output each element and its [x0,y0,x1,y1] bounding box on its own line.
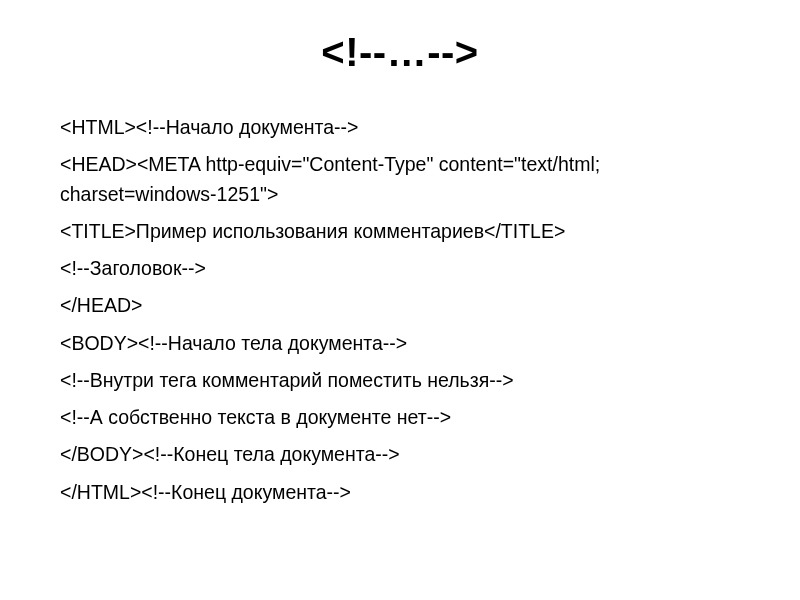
slide-title: <!--…--> [60,30,740,75]
code-line-6: <BODY><!--Начало тела документа--> [60,329,740,358]
slide-content: <HTML><!--Начало документа--> <HEAD><MET… [60,113,740,507]
code-line-1: <HTML><!--Начало документа--> [60,113,740,142]
code-line-2: <HEAD><META http-equiv="Content-Type" co… [60,150,740,209]
code-line-7: <!--Внутри тега комментарий поместить не… [60,366,740,395]
code-line-5: </HEAD> [60,291,740,320]
code-line-10: </HTML><!--Конец документа--> [60,478,740,507]
code-line-3: <TITLE>Пример использования комментариев… [60,217,740,246]
code-line-9: </BODY><!--Конец тела документа--> [60,440,740,469]
slide-container: <!--…--> <HTML><!--Начало документа--> <… [0,0,800,600]
code-line-4: <!--Заголовок--> [60,254,740,283]
code-line-8: <!--А собственно текста в документе нет-… [60,403,740,432]
